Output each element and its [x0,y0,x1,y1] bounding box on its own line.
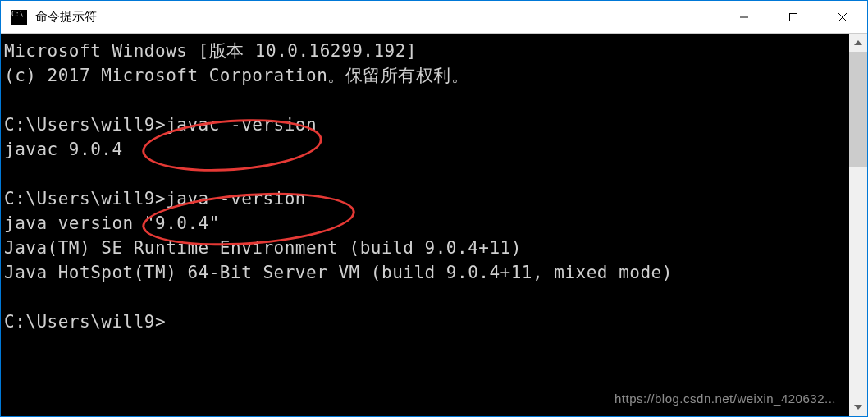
terminal-container: Microsoft Windows [版本 10.0.16299.192] (c… [1,34,867,416]
close-button[interactable] [818,1,867,33]
terminal-line: java version "9.0.4" [4,213,220,233]
terminal-line: C:\Users\will9> [4,312,166,332]
scroll-up-button[interactable] [849,34,867,52]
cmd-icon [11,10,27,25]
terminal-line: Java(TM) SE Runtime Environment (build 9… [4,238,522,258]
svg-rect-1 [790,13,797,21]
chevron-down-icon [854,405,862,410]
terminal-line: C:\Users\will9>javac -version [4,115,317,135]
watermark-text: https://blog.csdn.net/weixin_420632... [614,387,836,411]
terminal-line: (c) 2017 Microsoft Corporation。保留所有权利。 [4,66,468,85]
window-controls [720,1,867,33]
minimize-icon [739,12,749,22]
terminal-line: Java HotSpot(TM) 64-Bit Server VM (build… [4,263,673,282]
scroll-thumb[interactable] [849,52,867,167]
terminal-line: C:\Users\will9>java -version [4,189,306,208]
terminal-output[interactable]: Microsoft Windows [版本 10.0.16299.192] (c… [1,34,849,416]
scroll-down-button[interactable] [849,398,867,416]
scroll-track[interactable] [849,52,867,398]
titlebar[interactable]: 命令提示符 [1,1,867,34]
vertical-scrollbar[interactable] [849,34,867,416]
window-title: 命令提示符 [35,9,720,25]
minimize-button[interactable] [720,1,769,33]
maximize-icon [788,12,798,22]
terminal-line: javac 9.0.4 [4,140,123,159]
chevron-up-icon [854,40,862,45]
maximize-button[interactable] [769,1,818,33]
command-prompt-window: 命令提示符 Microsoft Windows [版本 10.0.16299.1… [0,0,868,417]
terminal-line: Microsoft Windows [版本 10.0.16299.192] [4,41,417,61]
close-icon [838,12,847,22]
